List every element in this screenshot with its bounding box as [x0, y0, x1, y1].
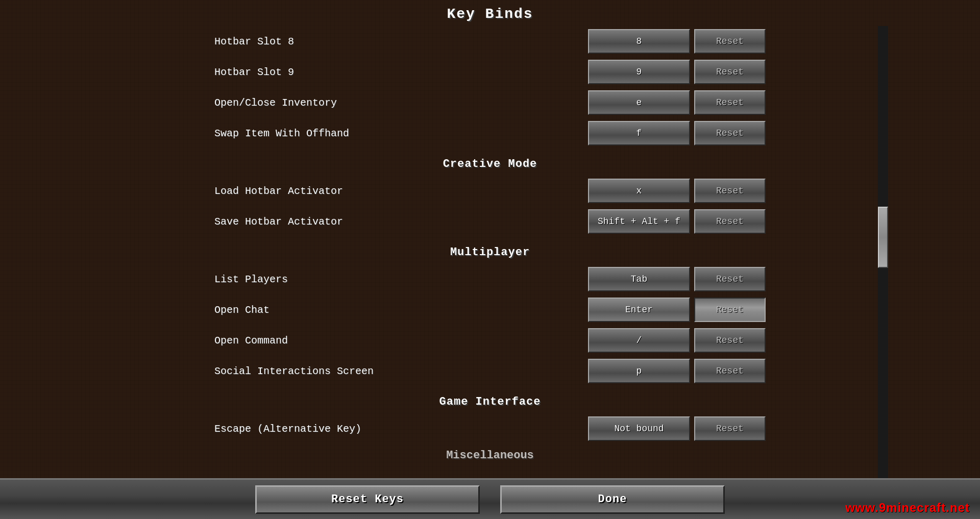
key-button-save-hotbar[interactable]: Shift + Alt + f: [588, 209, 690, 234]
keybind-label-swap-item-offhand: Swap Item With Offhand: [214, 128, 521, 139]
keybind-label-escape-alt: Escape (Alternative Key): [214, 423, 521, 435]
keybind-label-save-hotbar: Save Hotbar Activator: [214, 216, 521, 228]
main-content: Hotbar Slot 8 8 Reset Hotbar Slot 9 9 Re…: [0, 26, 980, 478]
key-button-hotbar-slot-8[interactable]: 8: [588, 29, 690, 54]
reset-button-swap-item-offhand[interactable]: Reset: [694, 121, 766, 145]
screen: Key Binds Hotbar Slot 8 8 Reset Hotbar S…: [0, 0, 980, 519]
keybind-row-open-chat: Open Chat Enter Reset: [194, 294, 786, 325]
key-button-list-players[interactable]: Tab: [588, 267, 690, 291]
watermark: www.9minecraft.net: [845, 501, 970, 515]
key-button-open-chat[interactable]: Enter: [588, 298, 690, 322]
page-title: Key Binds: [0, 0, 980, 26]
reset-button-hotbar-slot-8[interactable]: Reset: [694, 29, 766, 54]
key-button-open-command[interactable]: /: [588, 328, 690, 353]
section-header-multiplayer: Multiplayer: [194, 237, 786, 264]
keybind-controls-open-chat: Enter Reset: [588, 298, 766, 322]
keybind-controls-escape-alt: Not bound Reset: [588, 416, 766, 441]
keybind-row-social-interactions: Social Interactions Screen p Reset: [194, 356, 786, 386]
reset-button-escape-alt[interactable]: Reset: [694, 416, 766, 441]
keybind-label-open-chat: Open Chat: [214, 304, 521, 316]
keybind-row-save-hotbar: Save Hotbar Activator Shift + Alt + f Re…: [194, 206, 786, 237]
watermark-text: www.9minecraft.net: [845, 501, 970, 514]
reset-button-list-players[interactable]: Reset: [694, 267, 766, 291]
reset-button-load-hotbar[interactable]: Reset: [694, 179, 766, 203]
keybind-row-load-hotbar: Load Hotbar Activator x Reset: [194, 176, 786, 206]
keybind-row-hotbar-slot-9: Hotbar Slot 9 9 Reset: [194, 57, 786, 87]
key-button-swap-item-offhand[interactable]: f: [588, 121, 690, 145]
reset-button-social-interactions[interactable]: Reset: [694, 359, 766, 383]
key-button-hotbar-slot-9[interactable]: 9: [588, 60, 690, 84]
keybind-label-list-players: List Players: [214, 274, 521, 285]
keybind-controls-open-close-inventory: e Reset: [588, 90, 766, 115]
keybind-row-open-close-inventory: Open/Close Inventory e Reset: [194, 87, 786, 118]
reset-button-open-command[interactable]: Reset: [694, 328, 766, 353]
scrollbar-thumb[interactable]: [878, 207, 888, 268]
key-button-social-interactions[interactable]: p: [588, 359, 690, 383]
keybind-controls-load-hotbar: x Reset: [588, 179, 766, 203]
keybind-controls-swap-item-offhand: f Reset: [588, 121, 766, 145]
keybind-controls-open-command: / Reset: [588, 328, 766, 353]
keybind-row-escape-alt: Escape (Alternative Key) Not bound Reset: [194, 413, 786, 444]
keybind-label-hotbar-slot-8: Hotbar Slot 8: [214, 36, 521, 47]
keybind-label-open-command: Open Command: [214, 335, 521, 347]
keybind-row-swap-item-offhand: Swap Item With Offhand f Reset: [194, 118, 786, 149]
section-header-miscellaneous-partial: Miscellaneous: [194, 444, 786, 464]
section-header-creative-mode: Creative Mode: [194, 149, 786, 176]
keybinds-list: Hotbar Slot 8 8 Reset Hotbar Slot 9 9 Re…: [184, 26, 796, 464]
key-button-open-close-inventory[interactable]: e: [588, 90, 690, 115]
keybind-label-hotbar-slot-9: Hotbar Slot 9: [214, 66, 521, 78]
section-header-game-interface: Game Interface: [194, 386, 786, 413]
keybind-controls-hotbar-slot-8: 8 Reset: [588, 29, 766, 54]
reset-keys-button[interactable]: Reset Keys: [255, 485, 480, 514]
keybind-label-load-hotbar: Load Hotbar Activator: [214, 185, 521, 197]
key-button-load-hotbar[interactable]: x: [588, 179, 690, 203]
keybind-controls-list-players: Tab Reset: [588, 267, 766, 291]
reset-button-save-hotbar[interactable]: Reset: [694, 209, 766, 234]
keybind-controls-save-hotbar: Shift + Alt + f Reset: [588, 209, 766, 234]
keybind-row-list-players: List Players Tab Reset: [194, 264, 786, 294]
reset-button-open-chat[interactable]: Reset: [694, 298, 766, 322]
keybind-controls-social-interactions: p Reset: [588, 359, 766, 383]
keybind-row-hotbar-slot-8: Hotbar Slot 8 8 Reset: [194, 26, 786, 57]
reset-button-hotbar-slot-9[interactable]: Reset: [694, 60, 766, 84]
keybind-row-open-command: Open Command / Reset: [194, 325, 786, 356]
scroll-area[interactable]: Hotbar Slot 8 8 Reset Hotbar Slot 9 9 Re…: [184, 26, 796, 478]
reset-button-open-close-inventory[interactable]: Reset: [694, 90, 766, 115]
keybind-label-social-interactions: Social Interactions Screen: [214, 365, 521, 377]
bottom-bar: Reset Keys Done www.9minecraft.net: [0, 478, 980, 519]
keybind-controls-hotbar-slot-9: 9 Reset: [588, 60, 766, 84]
key-button-escape-alt[interactable]: Not bound: [588, 416, 690, 441]
keybind-label-open-close-inventory: Open/Close Inventory: [214, 97, 521, 109]
done-button[interactable]: Done: [500, 485, 725, 514]
